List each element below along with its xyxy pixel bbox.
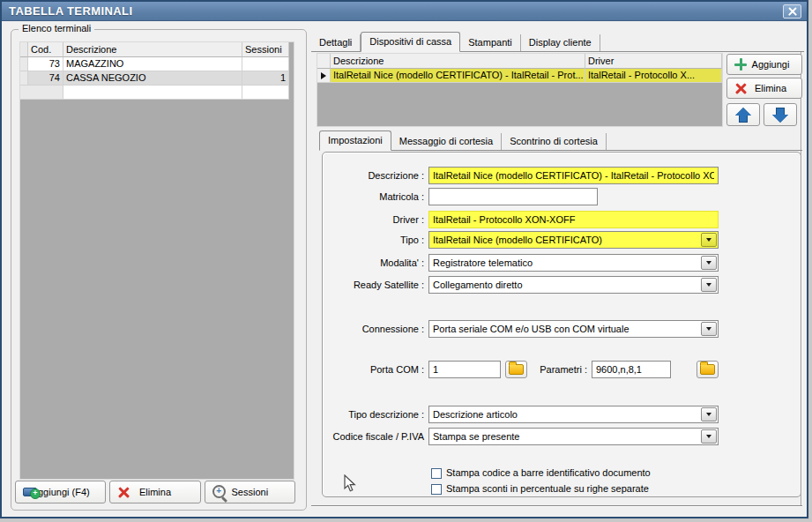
driver-label: Driver : [323,211,424,228]
cell-descrizione: ItalRetail Nice (modello CERTIFICATO) - … [331,69,585,83]
tabella-terminali-window: TABELLA TERMINALI Elenco terminali Cod. … [0,0,808,518]
terminal-row-selected[interactable]: 74 CASSA NEGOZIO 1 [20,71,294,86]
chevron-down-icon[interactable] [701,256,717,270]
porta-com-label: Porta COM : [323,361,424,378]
tab-display-cliente[interactable]: Display cliente [521,34,600,51]
tipo-dropdown[interactable]: ItalRetail Nice (modello CERTIFICATO) [428,231,719,249]
cell-cod: 74 [28,71,63,86]
stampa-codice-a-barre-checkbox[interactable] [431,468,442,479]
arrow-up-icon [734,108,752,123]
cell-sessioni [242,57,289,71]
header-cod: Cod. [28,42,63,57]
chevron-down-icon[interactable] [701,407,717,421]
descrizione-field[interactable] [428,167,719,184]
selected-row-indicator-icon [317,69,331,83]
devices-grid-header: Descrizione Driver [317,54,722,69]
ready-satellite-dropdown[interactable]: Collegamento diretto [428,276,719,294]
codice-fiscale-value: Stampa se presente [433,431,519,442]
add-terminal-icon [23,486,41,499]
devices-grid[interactable]: Descrizione Driver ItalRetail Nice (mode… [317,53,723,127]
driver-field: ItalRetail - Protocollo XON-XOFF [428,211,719,228]
mouse-cursor [344,474,356,493]
elimina-dispositivo-button[interactable]: Elimina [726,78,802,99]
magnifier-icon [212,485,227,500]
tab-dispositivi-di-cassa[interactable]: Dispositivi di cassa [361,32,460,52]
bottom-divider [311,505,802,507]
elimina-terminale-button[interactable]: Elimina [109,481,200,503]
elenco-terminali-label: Elenco terminali [19,23,94,34]
tab-dettagli[interactable]: Dettagli [311,34,361,51]
tab-stampanti[interactable]: Stampanti [460,34,521,51]
chevron-down-icon[interactable] [701,322,717,336]
cell-descrizione: CASSA NEGOZIO [63,71,242,86]
delete-x-icon [117,486,130,498]
header-driver: Driver [585,54,722,69]
plus-icon [734,58,747,71]
tab-scontrino-di-cortesia[interactable]: Scontrino di cortesia [502,133,607,150]
parametri-field[interactable] [592,361,671,378]
tab-messaggio-di-cortesia[interactable]: Messaggio di cortesia [391,133,502,150]
cell-driver: ItalRetail - Protocollo X... [585,69,722,83]
delete-x-icon [734,82,747,94]
move-down-button[interactable] [764,103,797,126]
title-bar[interactable]: TABELLA TERMINALI [2,2,807,21]
parametri-label: Parametri : [499,361,587,378]
elimina-label: Elimina [755,83,786,93]
ready-satellite-value: Collegamento diretto [433,280,523,290]
impostazioni-form-groupbox: Descrizione : Matricola : Driver : ItalR… [322,152,801,497]
terminals-grid[interactable]: Cod. Descrizione Sessioni 73 MAGAZZINO 7… [19,41,294,480]
parametri-browse-button[interactable] [697,361,719,378]
chevron-down-icon[interactable] [701,429,717,444]
matricola-field[interactable] [428,188,598,205]
chevron-down-icon[interactable] [701,233,717,247]
codice-fiscale-label: Codice fiscale / P.IVA [323,428,424,445]
aggiungi-dispositivo-button[interactable]: Aggiungi [726,54,802,75]
aggiungi-label: Aggiungi [752,59,790,70]
cell-sessioni: 1 [242,71,289,86]
terminal-row[interactable]: 73 MAGAZZINO [20,57,294,71]
sessioni-button[interactable]: Sessioni [205,481,295,503]
codice-fiscale-dropdown[interactable]: Stampa se presente [428,428,719,445]
modalita-label: Modalita' : [323,254,424,272]
folder-icon [700,364,715,375]
modalita-value: Registratore telematico [433,257,533,268]
header-indicator-cell [20,42,28,57]
device-tabstrip: Dettagli Dispositivi di cassa Stampanti … [311,32,804,52]
connessione-value: Porta seriale COM e/o USB con COM virtua… [433,324,629,334]
header-descrizione: Descrizione [63,42,242,57]
close-button[interactable] [783,4,801,19]
tipo-descrizione-dropdown[interactable]: Descrizione articolo [428,406,719,423]
elimina-label: Elimina [139,487,171,497]
row-indicator-cell [20,57,28,71]
connessione-dropdown[interactable]: Porta seriale COM e/o USB con COM virtua… [428,320,719,338]
descrizione-label: Descrizione : [323,167,424,184]
chevron-down-icon[interactable] [701,278,717,292]
arrow-down-icon [771,108,789,123]
header-indicator-cell [317,54,331,69]
tab-impostazioni[interactable]: Impostazioni [319,130,391,151]
tipo-value: ItalRetail Nice (modello CERTIFICATO) [433,235,602,245]
cell-descrizione: MAGAZZINO [63,57,242,71]
move-up-button[interactable] [726,103,760,126]
row-indicator-cell [20,86,63,100]
tipo-descrizione-value: Descrizione articolo [433,409,518,420]
tipo-descrizione-label: Tipo descrizione : [323,406,424,423]
terminals-grid-header: Cod. Descrizione Sessioni [20,42,294,57]
modalita-dropdown[interactable]: Registratore telematico [428,254,719,272]
window-title: TABELLA TERMINALI [9,4,132,18]
row-indicator-cell [20,71,28,86]
cell-descrizione [63,86,242,100]
porta-com-field[interactable] [428,361,501,378]
tipo-label: Tipo : [323,231,424,249]
cell-sessioni [242,86,289,100]
cell-cod: 73 [28,57,63,71]
elenco-terminali-groupbox: Elenco terminali Cod. Descrizione Sessio… [11,29,307,511]
sessioni-label: Sessioni [232,487,269,497]
close-icon [788,7,797,16]
terminal-row-empty[interactable] [20,86,294,100]
header-sessioni: Sessioni [242,42,289,57]
left-button-bar: Aggiungi (F4) Elimina Sessioni [15,481,295,503]
stampa-sconti-checkbox[interactable] [431,484,442,495]
aggiungi-f4-button[interactable]: Aggiungi (F4) [15,481,106,503]
device-row-selected[interactable]: ItalRetail Nice (modello CERTIFICATO) - … [317,69,722,83]
